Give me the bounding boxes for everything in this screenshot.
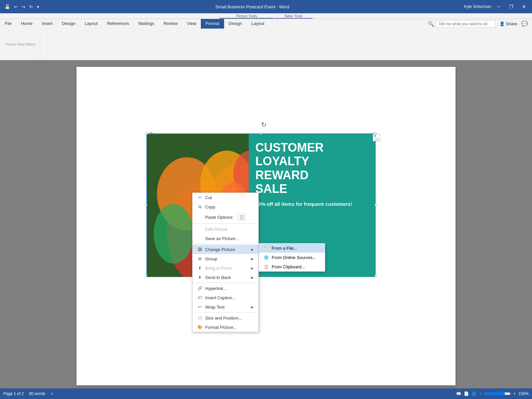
read-mode-icon[interactable]: 📖: [456, 391, 461, 396]
tab-format[interactable]: Format: [201, 19, 224, 29]
repeat-button[interactable]: ↻: [28, 4, 34, 10]
cm-hyperlink[interactable]: 🔗 Hyperlink...: [193, 284, 258, 293]
from-online-icon: 🌐: [264, 255, 269, 260]
quick-access-toolbar: 💾 ↩ ↪ ↻ ▾: [3, 4, 41, 10]
cm-group[interactable]: ⊞ Group ▶: [193, 254, 258, 263]
ribbon-content: Picture Tools Ribbon: [0, 29, 532, 60]
title-bar: 💾 ↩ ↪ ↻ ▾ Small Business Postcard Event …: [0, 0, 532, 13]
tab-references[interactable]: References: [102, 19, 134, 29]
zoom-in-button[interactable]: +: [513, 391, 516, 396]
sm-from-file[interactable]: 📁 From a File...: [259, 243, 325, 253]
cm-sep-1: [193, 223, 258, 224]
title-bar-left: 💾 ↩ ↪ ↻ ▾: [3, 4, 41, 10]
cm-send-to-back[interactable]: ⬇ Send to Back ▶: [193, 273, 258, 282]
ctx-spacer2: [313, 13, 532, 19]
search-area: 🔍: [428, 20, 495, 28]
sm-from-clipboard[interactable]: 📋 From Clipboard...: [259, 262, 325, 271]
ribbon-right: 🔍 👤 Share 💬: [428, 20, 532, 28]
caption-icon: 🏷: [197, 295, 202, 300]
svg-point-6: [154, 204, 194, 264]
web-layout-icon[interactable]: 🌐: [471, 391, 476, 396]
cm-paste-options: Paste Options: 📋: [193, 211, 258, 223]
customize-qa-button[interactable]: ▾: [36, 4, 41, 10]
paste-icon: [197, 214, 202, 220]
spell-check-icon[interactable]: ✓: [51, 391, 54, 396]
wrap-text-icon: ↩: [197, 304, 202, 310]
layout-icon[interactable]: ≡⬜: [373, 134, 380, 141]
paste-clipboard-btn[interactable]: 📋: [238, 213, 245, 221]
edit-picture-icon: [197, 226, 202, 232]
rotate-handle[interactable]: ↻: [261, 121, 267, 129]
status-bar: Page 1 of 2 80 words ✓ 📖 📄 🌐 − + 150%: [0, 388, 532, 399]
cm-bring-to-front[interactable]: ⬆ Bring to Front ▶: [193, 263, 258, 273]
format-picture-icon: 🎨: [197, 325, 202, 330]
cm-change-picture[interactable]: 🖼 Change Picture ▶: [193, 245, 258, 254]
zoom-slider[interactable]: [484, 391, 511, 396]
group-icon: ⊞: [197, 256, 202, 261]
size-position-icon: ⬡: [197, 315, 202, 321]
tab-home[interactable]: Home: [16, 19, 37, 29]
cm-sep-3: [193, 283, 258, 283]
word-count: 80 words: [29, 391, 45, 396]
tab-mailings[interactable]: Mailings: [134, 19, 159, 29]
ribbon-tabs-row: File Home Insert Design Layout Reference…: [0, 19, 532, 29]
search-icon: 🔍: [428, 21, 434, 27]
cm-sep-4: [193, 312, 258, 313]
title-bar-right: Kyle Schurman ─ ❐ ✕: [464, 3, 529, 10]
cut-icon: ✂: [197, 195, 202, 200]
cm-group-arrow: ▶: [251, 257, 254, 261]
tab-ctx-layout[interactable]: Layout: [247, 19, 269, 29]
title-bar-title: Small Business Postcard Event · Word: [41, 4, 464, 9]
save-picture-icon: [197, 236, 202, 241]
change-picture-submenu: 📁 From a File... 🌐 From Online Sources..…: [259, 243, 325, 272]
cm-copy[interactable]: ⧉ Copy: [193, 202, 258, 211]
document-area: ⊕ ↻: [0, 60, 532, 392]
context-tabs-strip: Picture Tools Table Tools: [0, 13, 532, 19]
undo-button[interactable]: ↩: [13, 4, 19, 10]
cm-size-position[interactable]: ⬡ Size and Position...: [193, 313, 258, 323]
sm-from-online[interactable]: 🌐 From Online Sources...: [259, 253, 325, 262]
ctx-spacer: [0, 13, 219, 19]
comments-button[interactable]: 💬: [521, 21, 528, 27]
tab-ctx-design[interactable]: Design: [224, 19, 247, 29]
cm-insert-caption[interactable]: 🏷 Insert Caption...: [193, 293, 258, 302]
zoom-out-button[interactable]: −: [479, 391, 481, 396]
save-button[interactable]: 💾: [3, 4, 11, 10]
page-indicator: Page 1 of 2: [3, 391, 24, 396]
tab-design[interactable]: Design: [57, 19, 80, 29]
copy-icon: ⧉: [197, 204, 202, 209]
tab-file[interactable]: File: [0, 19, 16, 29]
zoom-level: 150%: [518, 391, 529, 396]
table-tools-context-label: Table Tools: [274, 13, 313, 19]
cm-sep-2: [193, 244, 258, 244]
cm-format-picture[interactable]: 🎨 Format Picture...: [193, 323, 258, 332]
cm-cut[interactable]: ✂ Cut: [193, 193, 258, 202]
status-left: Page 1 of 2 80 words ✓: [3, 391, 54, 396]
cm-save-as-picture[interactable]: Save as Picture...: [193, 234, 258, 243]
close-button[interactable]: ✕: [519, 3, 529, 10]
share-button[interactable]: 👤 Share: [499, 21, 517, 26]
promo-subtitle: 33% off all items for frequent customers…: [255, 201, 368, 207]
context-menu: ✂ Cut ⧉ Copy Paste Options: 📋 Edit Pictu…: [192, 193, 259, 332]
document-page: ⊕ ↻: [76, 67, 456, 385]
redo-button[interactable]: ↪: [20, 4, 27, 10]
tab-layout[interactable]: Layout: [80, 19, 102, 29]
hyperlink-icon: 🔗: [197, 286, 202, 291]
status-right: 📖 📄 🌐 − + 150%: [456, 391, 529, 396]
bring-front-icon: ⬆: [197, 265, 202, 271]
picture-tools-context-label: Picture Tools: [219, 13, 274, 19]
restore-button[interactable]: ❐: [506, 3, 516, 10]
cm-change-picture-arrow: ▶: [251, 248, 254, 251]
send-back-icon: ⬇: [197, 275, 202, 280]
change-picture-icon: 🖼: [197, 247, 202, 252]
tab-view[interactable]: View: [182, 19, 201, 29]
cm-wrap-text[interactable]: ↩ Wrap Text ▶: [193, 302, 258, 312]
tab-insert[interactable]: Insert: [37, 19, 58, 29]
cm-edit-picture: Edit Picture: [193, 224, 258, 234]
from-clipboard-icon: 📋: [264, 264, 269, 269]
cm-bring-front-arrow: ▶: [251, 266, 254, 270]
tab-review[interactable]: Review: [159, 19, 183, 29]
ribbon-search-input[interactable]: [436, 20, 495, 28]
print-layout-icon[interactable]: 📄: [464, 391, 469, 396]
minimize-button[interactable]: ─: [494, 3, 503, 10]
